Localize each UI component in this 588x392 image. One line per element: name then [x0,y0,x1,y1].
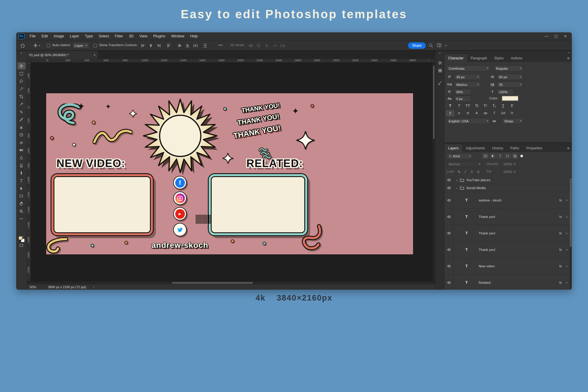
faux-bold-button[interactable]: T [446,103,454,109]
collapsed-swatches-panel-icon[interactable] [435,67,445,74]
canvas-artwork[interactable]: THANK YOU! THANK YOU! THANK YOU! NEW VID… [46,93,413,254]
panel-menu-icon[interactable]: ≡ [565,144,572,152]
align-top-icon[interactable] [166,43,171,48]
minimize-icon[interactable]: — [542,32,551,40]
font-family-dropdown[interactable]: Comfortaa▾ [447,65,490,71]
baseline-shift-field[interactable]: 0 px [454,96,471,102]
status-chevron-icon[interactable]: › [93,285,94,289]
menu-item[interactable]: File [27,32,39,40]
tab-history[interactable]: History [489,144,507,152]
expand-chevron-icon[interactable]: › [453,178,460,182]
clone-stamp-tool[interactable] [17,124,26,131]
document-tab[interactable]: 01.psd @ 50% (RGB/8#) * × [27,51,98,59]
move-tool-icon[interactable] [33,43,38,48]
tab-paths[interactable]: Paths [507,144,523,152]
small-caps-button[interactable]: Tt [473,103,480,109]
lock-all-icon[interactable] [476,169,481,174]
fractions-button[interactable]: ½ [508,111,516,116]
layer-row[interactable]: T andrew - skoch fx ∨ [445,192,572,208]
menu-item[interactable]: Image [51,32,67,40]
layer-row[interactable]: › YouTube places [445,176,572,184]
blend-mode-dropdown[interactable]: Normal▾ [447,161,482,167]
layer-filter-dropdown[interactable]: Kind▾ [447,153,472,159]
align-right-icon[interactable] [156,43,161,48]
collapsed-properties-panel-icon[interactable] [435,59,445,67]
all-caps-button[interactable]: TT [464,103,472,109]
kerning-field[interactable]: Metrics▾ [454,81,481,88]
effects-chevron-icon[interactable]: ∨ [566,248,568,251]
blur-tool[interactable] [17,154,26,161]
align-center-icon[interactable] [148,43,153,48]
tab-adjustments[interactable]: Adjustments [462,144,489,152]
effects-chevron-icon[interactable]: ∨ [566,232,568,235]
dock-expand-icon[interactable]: « [435,51,444,56]
layer-effects-badge[interactable]: fx [559,264,562,268]
expand-chevron-icon[interactable]: › [453,186,460,190]
marquee-tool[interactable] [17,70,26,77]
menu-item[interactable]: Filter [112,32,126,40]
rectangle-tool[interactable] [17,192,26,199]
screen-mode-icon[interactable] [17,242,26,249]
effects-chevron-icon[interactable]: ∨ [566,281,568,284]
lock-position-icon[interactable] [469,169,475,174]
lock-pixels-icon[interactable] [463,169,468,174]
superscript-button[interactable]: T¹ [482,103,489,109]
menu-item[interactable]: Plugins [150,32,168,40]
filter-shape-layers-icon[interactable] [504,153,511,159]
contextual-alternates-button[interactable]: T [490,111,498,116]
ligatures-button[interactable]: fi [446,111,454,116]
fill-field[interactable]: 100%▾ [501,169,517,175]
visibility-eye-icon[interactable] [445,208,453,225]
path-selection-tool[interactable] [17,185,26,192]
maximize-icon[interactable]: ▢ [551,32,561,40]
filter-smart-objects-icon[interactable] [512,153,518,159]
menu-item[interactable]: Help [187,32,201,40]
visibility-eye-icon[interactable] [445,192,453,208]
layer-row[interactable]: T Thank you! fx ∨ [445,241,572,258]
healing-brush-tool[interactable] [17,108,26,115]
menu-item[interactable]: Type [82,32,96,40]
tab-close-icon[interactable]: × [93,53,96,57]
menu-item[interactable]: Edit [39,32,51,40]
layer-row[interactable]: › Social Media [445,184,572,192]
align-middle-icon[interactable] [177,43,182,48]
ordinals-button[interactable]: 1st [499,111,507,116]
distribute-vertical-icon[interactable] [203,43,208,48]
move-tool[interactable] [17,62,26,69]
more-options-icon[interactable]: ••• [218,43,223,47]
layers-scrollbar[interactable] [570,177,572,290]
close-icon[interactable]: × [561,32,570,40]
menu-item[interactable]: View [136,32,150,40]
edit-toolbar-icon[interactable]: ••• [17,215,26,222]
text-color-swatch[interactable] [502,96,518,101]
subscript-button[interactable]: T₁ [490,103,498,109]
canvas-horizontal-scrollbar[interactable] [27,281,435,284]
menu-item[interactable]: Window [168,32,187,40]
home-icon[interactable] [20,43,25,48]
foreground-color-swatch[interactable] [19,236,22,240]
show-transform-checkbox[interactable] [93,44,97,47]
history-brush-tool[interactable] [17,131,26,138]
distribute-horizontal-icon[interactable] [193,43,198,48]
auto-select-checkbox[interactable] [47,44,50,47]
menu-item[interactable]: Select [96,32,112,40]
align-bottom-icon[interactable] [185,43,190,48]
collapsed-brushes-panel-icon[interactable] [435,79,445,87]
lock-transparency-icon[interactable] [456,169,462,174]
search-icon[interactable] [428,43,433,48]
share-button[interactable]: Share [408,42,426,49]
layer-effects-badge[interactable]: fx [559,215,562,218]
eraser-tool[interactable] [17,139,26,146]
filter-toggle-icon[interactable] [520,155,523,157]
canvas-vertical-scrollbar[interactable] [432,63,435,281]
color-swatches[interactable] [19,236,25,243]
dodge-tool[interactable] [17,162,26,169]
layer-row[interactable]: T New video: fx ∨ [445,258,572,274]
visibility-eye-icon[interactable] [445,176,453,184]
tool-preset-chevron-icon[interactable]: ▾ [39,44,40,47]
magic-wand-tool[interactable] [17,85,26,92]
pen-tool[interactable] [17,169,26,176]
visibility-eye-icon[interactable] [445,184,453,192]
opacity-field[interactable]: 100%▾ [501,161,517,167]
filter-pixel-layers-icon[interactable] [482,153,489,159]
